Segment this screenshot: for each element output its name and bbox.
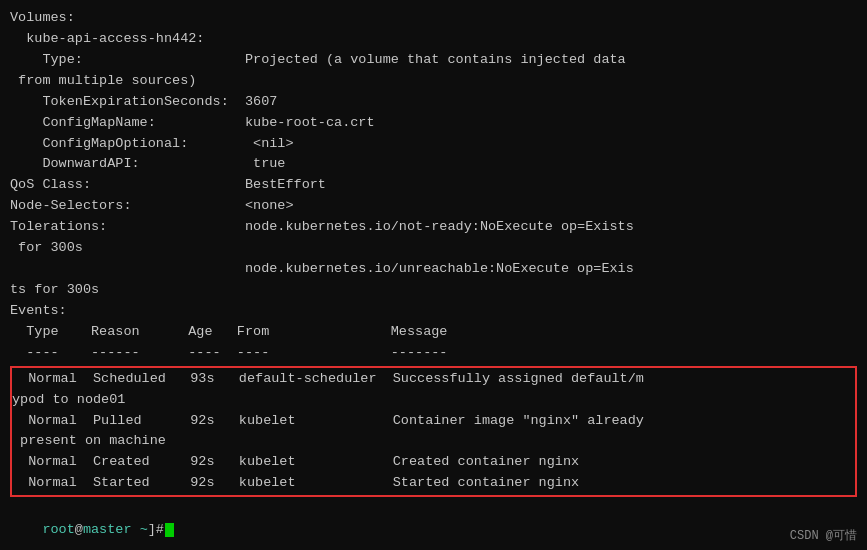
line-10: Node-Selectors: <none> [10,196,857,217]
prompt-host: master [83,522,132,537]
prompt-path: ~ [132,522,148,537]
line-7: ConfigMapOptional: <nil> [10,134,857,155]
line-1: Volumes: [10,8,857,29]
event-line-6: Normal Started 92s kubelet Started conta… [12,473,855,494]
line-12: for 300s [10,238,857,259]
event-line-2: ypod to node01 [12,390,855,411]
line-4: from multiple sources) [10,71,857,92]
prompt-hash: ]# [148,522,164,537]
line-11: Tolerations: node.kubernetes.io/not-read… [10,217,857,238]
terminal-window: Volumes: kube-api-access-hn442: Type: Pr… [0,0,867,550]
line-3: Type: Projected (a volume that contains … [10,50,857,71]
line-14: ts for 300s [10,280,857,301]
line-17: ---- ------ ---- ---- ------- [10,343,857,364]
line-2: kube-api-access-hn442: [10,29,857,50]
line-6: ConfigMapName: kube-root-ca.crt [10,113,857,134]
line-16: Type Reason Age From Message [10,322,857,343]
terminal-cursor [165,523,174,537]
terminal-output: Volumes: kube-api-access-hn442: Type: Pr… [10,8,857,364]
events-highlighted-block: Normal Scheduled 93s default-scheduler S… [10,366,857,498]
watermark-text: CSDN @可惜 [790,527,857,544]
prompt-at: @ [75,522,83,537]
event-line-5: Normal Created 92s kubelet Created conta… [12,452,855,473]
prompt-user: root [42,522,74,537]
event-line-1: Normal Scheduled 93s default-scheduler S… [12,369,855,390]
event-line-4: present on machine [12,431,855,452]
line-5: TokenExpirationSeconds: 3607 [10,92,857,113]
event-line-3: Normal Pulled 92s kubelet Container imag… [12,411,855,432]
line-9: QoS Class: BestEffort [10,175,857,196]
line-8: DownwardAPI: true [10,154,857,175]
line-13: node.kubernetes.io/unreachable:NoExecute… [10,259,857,280]
line-15: Events: [10,301,857,322]
command-prompt: root@master ~]# [10,499,857,550]
